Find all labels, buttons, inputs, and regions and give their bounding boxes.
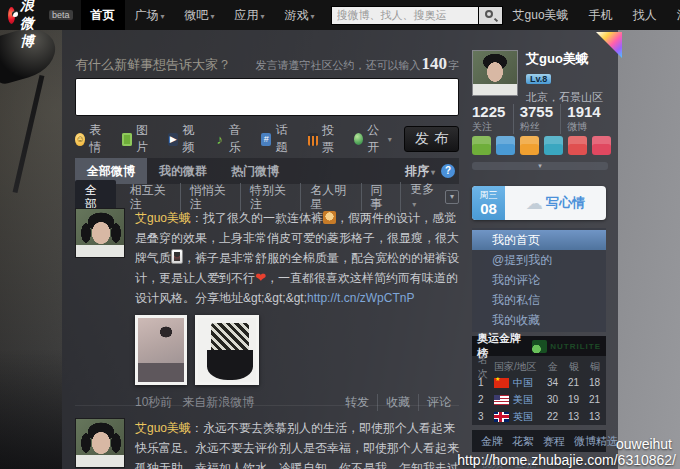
video-button[interactable]: ▶视频 (168, 122, 202, 156)
poll-button[interactable]: 投票 (308, 122, 342, 156)
photo-thumbnail-model[interactable] (135, 315, 187, 385)
post-body: 艾guo美蛾：找了很久的一款连体裤，假两件的设计，感觉是叠穿的效果，上身非常俏皮… (135, 208, 459, 411)
tab-my-groups[interactable]: 我的微群 (147, 158, 219, 184)
top-navbar: 新浪微博 beta 首页 广场▾ 微吧▾ 应用▾ 游戏▾ 艾guo美蛾 手机 找… (0, 0, 680, 30)
desk-shadow (0, 349, 62, 469)
olympic-medal-widget: 奥运金牌榜 NUTRILITE 名次 国家/地区 金 银 铜 1 中国 34 2… (472, 336, 606, 425)
nav-item-square[interactable]: 广场▾ (125, 0, 175, 30)
app-badge-icon-5[interactable] (568, 136, 587, 155)
nav-item-weiba[interactable]: 微吧▾ (175, 0, 225, 30)
filter-celebrities[interactable]: 名人明星 (300, 183, 360, 211)
short-link[interactable]: http://t.cn/zWpCTnP (307, 291, 414, 305)
app-badge-icon-1[interactable] (472, 136, 491, 155)
app-badges-row (472, 136, 611, 155)
post-thumbnails (135, 315, 459, 385)
chevron-down-icon: ▾ (431, 168, 435, 177)
sidebar-item-favorites[interactable]: 我的收藏 (472, 310, 606, 330)
nav-item-games[interactable]: 游戏▾ (275, 0, 325, 30)
weather-mood-widget[interactable]: 周三 08 ☁ 写心情 (472, 186, 606, 220)
topic-button[interactable]: #话题 (261, 122, 295, 156)
country-link-china[interactable]: 中国 (513, 376, 533, 390)
red-heart-icon: ❤ (255, 270, 266, 285)
app-badge-icon-6[interactable] (592, 136, 611, 155)
beta-badge: beta (49, 10, 73, 20)
apps-collapse-bar[interactable]: ▾ (472, 162, 608, 170)
stat-weibo-count[interactable]: 1914 微博 (560, 104, 608, 134)
weibo-eye-icon (8, 7, 15, 24)
post-text: 艾guo美蛾：永远不要去羡慕别人的生活，即使那个人看起来快乐富足。永远不要去评价… (135, 418, 459, 469)
medal-table-row: 3 英国 22 13 13 (472, 408, 606, 425)
sidebar: 艾guo美蛾 Lv.8 北京，石景山区 1225 关注 3755 粉丝 1914… (470, 30, 612, 469)
post-body: 艾guo美蛾：永远不要去羡慕别人的生活，即使那个人看起来快乐富足。永远不要去评价… (135, 418, 459, 469)
globe-icon (354, 133, 363, 145)
filter-quiet[interactable]: 悄悄关注 (180, 183, 240, 211)
search-button[interactable] (479, 6, 503, 25)
post-item: 艾guo美蛾：永远不要去羡慕别人的生活，即使那个人看起来快乐富足。永远不要去评价… (75, 405, 459, 469)
watermark-url: http://home.zhubajie.com/6310862/ (457, 452, 676, 468)
profile-card: 艾guo美蛾 Lv.8 北京，石景山区 (472, 50, 612, 105)
stat-following[interactable]: 1225 关注 (472, 104, 513, 134)
publish-button[interactable]: 发布 (404, 126, 459, 152)
search-input[interactable] (331, 6, 479, 25)
filter-special[interactable]: 特别关注 (240, 183, 300, 211)
composer-header: 有什么新鲜事想告诉大家？ 发言请遵守社区公约，还可以输入140字 (75, 54, 459, 74)
post-author-name[interactable]: 艾guo美蛾 (135, 211, 191, 225)
nav-item-home[interactable]: 首页 (81, 0, 125, 30)
nav-item-find-people[interactable]: 找人 (623, 0, 667, 30)
medal-table-row: 2 美国 30 19 21 (472, 391, 606, 408)
stat-followers[interactable]: 3755 粉丝 (513, 104, 561, 134)
doll-emoticon-icon (171, 249, 183, 264)
music-button[interactable]: ♪音乐 (215, 122, 249, 156)
sidebar-item-messages[interactable]: 我的私信 (472, 290, 606, 310)
profile-avatar[interactable] (472, 50, 518, 96)
post-author-name[interactable]: 艾guo美蛾 (135, 421, 191, 435)
nav-item-apps[interactable]: 应用▾ (225, 0, 275, 30)
nav-username[interactable]: 艾guo美蛾 (503, 0, 579, 30)
filter-mutual[interactable]: 相互关注 (121, 183, 180, 211)
sidebar-item-comments[interactable]: 我的评论 (472, 270, 606, 290)
main-column: 有什么新鲜事想告诉大家？ 发言请遵守社区公约，还可以输入140字 ☺表情 图片 … (75, 30, 459, 469)
nav-item-mobile[interactable]: 手机 (579, 0, 623, 30)
app-badge-icon-3[interactable] (520, 136, 539, 155)
watermark: ouweihut http://home.zhubajie.com/631086… (457, 436, 676, 468)
counter-number: 140 (422, 54, 448, 73)
compose-textarea[interactable] (75, 78, 459, 116)
post-item: 艾guo美蛾：找了很久的一款连体裤，假两件的设计，感觉是叠穿的效果，上身非常俏皮… (75, 208, 459, 411)
help-icon[interactable]: ? (441, 164, 455, 178)
filter-colleagues[interactable]: 同事 (361, 183, 401, 211)
search-icon (485, 10, 493, 18)
logo-text: 新浪微博 (20, 0, 45, 51)
sidebar-item-mentions[interactable]: @提到我的 (472, 250, 606, 270)
app-badge-icon-2[interactable] (496, 136, 515, 155)
china-flag-icon (494, 378, 509, 388)
chevron-down-icon: ▾ (311, 12, 315, 21)
nav-right-group: 艾guo美蛾 手机 找人 消息▾ 帐号▾ (503, 0, 680, 30)
uk-flag-icon (494, 412, 509, 422)
profile-name[interactable]: 艾guo美蛾 (526, 50, 603, 68)
tab-hot-weibo[interactable]: 热门微博 (219, 158, 291, 184)
post-author-avatar[interactable] (75, 208, 125, 258)
picture-icon (122, 133, 132, 146)
composer-toolbar: ☺表情 图片 ▶视频 ♪音乐 #话题 投票 公开▾ 发布 (75, 126, 459, 152)
feed-tabs: 全部微博 我的微群 热门微博 排序▾ ? (75, 158, 459, 184)
post-author-avatar[interactable] (75, 418, 125, 468)
collapse-feed-icon[interactable]: ▾ (445, 190, 459, 204)
usa-flag-icon (494, 395, 509, 405)
emoticon-button[interactable]: ☺表情 (75, 122, 109, 156)
image-button[interactable]: 图片 (122, 122, 156, 156)
sort-dropdown[interactable]: 排序▾ (405, 163, 435, 180)
country-link-uk[interactable]: 英国 (513, 410, 533, 424)
nav-item-messages[interactable]: 消息▾ (667, 0, 680, 30)
country-link-usa[interactable]: 美国 (513, 393, 533, 407)
sidebar-item-home[interactable]: 我的首页 (472, 230, 606, 250)
visibility-selector[interactable]: 公开▾ (354, 122, 392, 156)
video-icon: ▶ (168, 133, 178, 146)
weibo-logo[interactable]: 新浪微博 beta (8, 0, 73, 51)
sponsor-leaf-icon (532, 340, 547, 353)
feed-filters: 全部 相互关注 悄悄关注 特别关注 名人明星 同事 更多▾ ▾ (75, 186, 459, 208)
app-badge-icon-4[interactable] (544, 136, 563, 155)
char-counter: 发言请遵守社区公约，还可以输入140字 (256, 54, 460, 74)
smiley-icon: ☺ (75, 133, 85, 146)
write-mood-link[interactable]: 写心情 (546, 194, 585, 212)
photo-thumbnail-romper[interactable] (195, 315, 259, 385)
